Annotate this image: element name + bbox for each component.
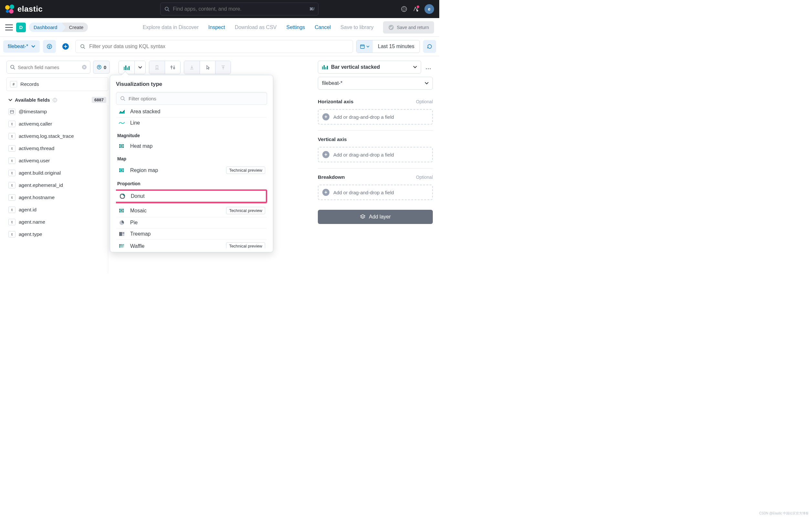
viz-type-icon [118,121,126,125]
layer-actions-icon[interactable] [424,68,433,69]
svg-rect-74 [122,244,123,245]
svg-rect-85 [324,65,325,69]
cursor-icon[interactable] [200,61,215,74]
brand-logo[interactable]: elastic [5,4,42,13]
field-search[interactable] [6,61,90,73]
viz-type-option[interactable]: Heat map [116,141,267,152]
config-panel: Bar vertical stacked filebeat-* Horizont… [313,56,439,288]
viz-type-option[interactable]: Region mapTechnical preview [116,164,267,177]
clear-icon[interactable] [82,65,87,70]
kql-query-bar[interactable] [75,40,353,53]
layer-viz-type-select[interactable]: Bar vertical stacked [318,61,421,73]
svg-point-3 [403,8,405,10]
time-range-text: Last 15 minutes [373,40,419,53]
field-item[interactable]: tagent.hostname [6,191,106,204]
svg-rect-52 [119,170,120,171]
viz-type-option[interactable]: Donut [116,189,267,203]
bar-chart-icon [322,65,328,69]
svg-rect-77 [120,246,121,247]
field-item[interactable]: tagent.type [6,228,106,240]
field-name: activemq.log.stack_trace [19,133,74,139]
viz-type-filter[interactable] [116,92,267,105]
breakdown-drop[interactable]: + Add or drag-and-drop a field [318,185,433,200]
viz-type-icon [118,209,126,213]
field-item[interactable]: tagent.name [6,216,106,228]
cancel-link[interactable]: Cancel [315,25,331,30]
plus-icon: + [322,189,329,196]
download-icon[interactable] [184,61,200,74]
viz-type-icon [118,110,126,114]
plus-circle-icon [62,43,69,50]
global-search[interactable]: ⌘/ [160,3,318,16]
field-item[interactable]: tactivemq.caller [6,118,106,130]
user-avatar[interactable]: e [425,4,434,14]
help-icon[interactable] [401,6,407,12]
field-filter-toggle[interactable]: 0 [93,61,110,73]
field-name: agent.id [19,207,36,213]
available-fields-header[interactable]: Available fields 6887 [6,94,108,105]
refresh-button[interactable] [423,40,436,53]
search-icon [80,44,85,49]
field-item[interactable]: @timestamp [6,105,106,118]
viz-type-option[interactable]: MosaicTechnical preview [116,204,267,217]
svg-rect-70 [122,232,124,234]
viz-type-list[interactable]: Area stackedLineMagnitudeHeat mapMapRegi… [116,106,270,248]
field-type-icon: t [8,231,16,238]
chevron-down-icon [134,61,145,74]
datasource-select[interactable]: filebeat-* [318,77,433,90]
viz-filter-input[interactable] [128,96,263,101]
download-csv-link[interactable]: Download as CSV [235,25,277,30]
svg-rect-30 [125,65,126,70]
viz-type-option[interactable]: Treemap [116,228,267,240]
svg-rect-33 [156,65,158,69]
field-item[interactable]: tagent.ephemeral_id [6,179,106,191]
save-to-library[interactable]: Save to library [341,25,373,30]
menu-toggle-icon[interactable] [5,25,13,30]
bar-chart-icon [119,61,134,74]
viz-type-option[interactable]: Pie [116,217,267,228]
viz-type-option[interactable]: Area stacked [116,106,267,117]
viz-type-option[interactable]: Line [116,117,267,128]
svg-rect-45 [122,146,124,147]
records-field[interactable]: # Records [6,78,108,91]
horizontal-axis-drop[interactable]: + Add or drag-and-drop a field [318,109,433,125]
filters-button[interactable] [43,40,56,53]
svg-rect-78 [122,246,123,247]
global-search-input[interactable] [173,6,306,12]
dataview-selector[interactable]: filebeat-* [3,40,40,53]
field-item[interactable]: tactivemq.thread [6,142,106,155]
field-item[interactable]: tactivemq.user [6,155,106,167]
save-and-return-button[interactable]: Save and return [383,21,434,34]
time-range-picker[interactable]: Last 15 minutes [356,40,420,53]
add-filter-button[interactable] [59,40,72,53]
svg-rect-43 [119,146,120,147]
field-item[interactable]: tactivemq.log.stack_trace [6,130,106,142]
field-search-input[interactable] [18,65,79,70]
explore-link[interactable]: Explore data in Discover [143,25,199,30]
calendar-icon[interactable] [356,40,373,53]
field-item[interactable]: tagent.id [6,204,106,216]
upload-icon[interactable] [215,61,231,74]
svg-rect-40 [119,144,120,145]
newsfeed-icon[interactable] [413,6,418,12]
plus-icon: + [322,113,329,120]
field-list[interactable]: @timestamptactivemq.callertactivemq.log.… [6,105,108,273]
settings-link[interactable]: Settings [286,25,305,30]
kql-input[interactable] [89,43,348,50]
vertical-axis-drop[interactable]: + Add or drag-and-drop a field [318,147,433,162]
svg-rect-69 [119,232,122,236]
chart-type-selector[interactable] [119,61,146,74]
add-layer-button[interactable]: Add layer [318,210,433,224]
viz-type-option[interactable]: WaffleTechnical preview [116,240,267,248]
field-name: activemq.caller [19,121,52,127]
svg-rect-44 [121,146,122,147]
field-name: agent.type [19,232,42,237]
breadcrumb-dashboard[interactable]: Dashboard [29,23,62,32]
brush-icon[interactable] [149,61,165,74]
viz-type-icon [119,194,126,199]
settings-icon[interactable] [165,61,180,74]
field-item[interactable]: tagent.build.original [6,167,106,179]
svg-rect-59 [119,209,120,210]
svg-rect-49 [119,169,120,170]
inspect-link[interactable]: Inspect [208,25,225,30]
